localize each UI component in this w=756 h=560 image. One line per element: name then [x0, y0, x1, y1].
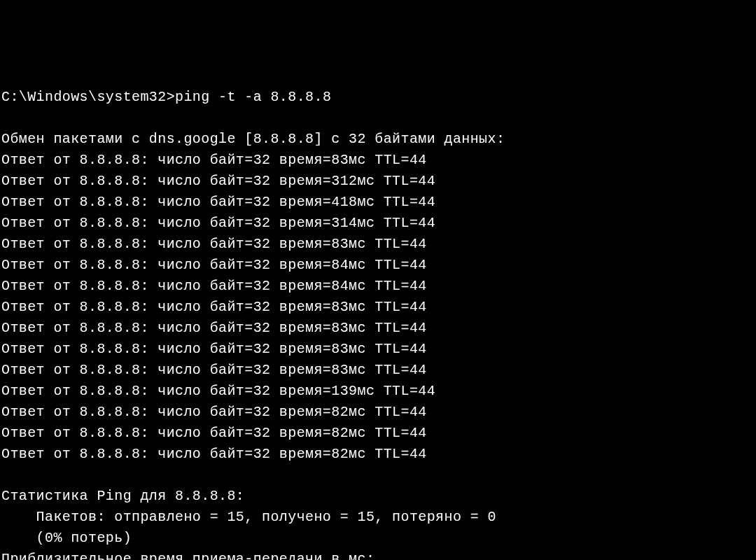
ping-reply: Ответ от 8.8.8.8: число байт=32 время=31…	[1, 213, 755, 234]
prompt-path: C:\Windows\system32>	[1, 89, 175, 105]
ping-reply: Ответ от 8.8.8.8: число байт=32 время=83…	[1, 339, 755, 360]
command-prompt-line: C:\Windows\system32>ping -t -a 8.8.8.8	[1, 87, 755, 108]
stats-packets: Пакетов: отправлено = 15, получено = 15,…	[1, 507, 755, 528]
ping-reply: Ответ от 8.8.8.8: число байт=32 время=84…	[1, 255, 755, 276]
ping-reply: Ответ от 8.8.8.8: число байт=32 время=13…	[1, 381, 755, 402]
ping-reply: Ответ от 8.8.8.8: число байт=32 время=83…	[1, 318, 755, 339]
stats-loss: (0% потерь)	[1, 528, 755, 549]
ping-reply: Ответ от 8.8.8.8: число байт=32 время=82…	[1, 423, 755, 444]
ping-reply: Ответ от 8.8.8.8: число байт=32 время=84…	[1, 276, 755, 297]
exchange-header: Обмен пакетами с dns.google [8.8.8.8] с …	[1, 129, 755, 150]
prompt-command: ping -t -a 8.8.8.8	[175, 89, 331, 105]
ping-reply: Ответ от 8.8.8.8: число байт=32 время=41…	[1, 192, 755, 213]
ping-reply: Ответ от 8.8.8.8: число байт=32 время=82…	[1, 402, 755, 423]
ping-reply: Ответ от 8.8.8.8: число байт=32 время=83…	[1, 150, 755, 171]
stats-header: Статистика Ping для 8.8.8.8:	[1, 486, 755, 507]
ping-reply: Ответ от 8.8.8.8: число байт=32 время=83…	[1, 234, 755, 255]
ping-reply: Ответ от 8.8.8.8: число байт=32 время=83…	[1, 360, 755, 381]
ping-reply: Ответ от 8.8.8.8: число байт=32 время=83…	[1, 297, 755, 318]
terminal-window[interactable]: C:\Windows\system32>ping -t -a 8.8.8.8 О…	[1, 87, 755, 560]
ping-reply: Ответ от 8.8.8.8: число байт=32 время=82…	[1, 444, 755, 465]
blank-line	[1, 108, 755, 129]
ping-reply: Ответ от 8.8.8.8: число байт=32 время=31…	[1, 171, 755, 192]
blank-line	[1, 465, 755, 486]
stats-time-header: Приблизительное время приема-передачи в …	[1, 549, 755, 560]
